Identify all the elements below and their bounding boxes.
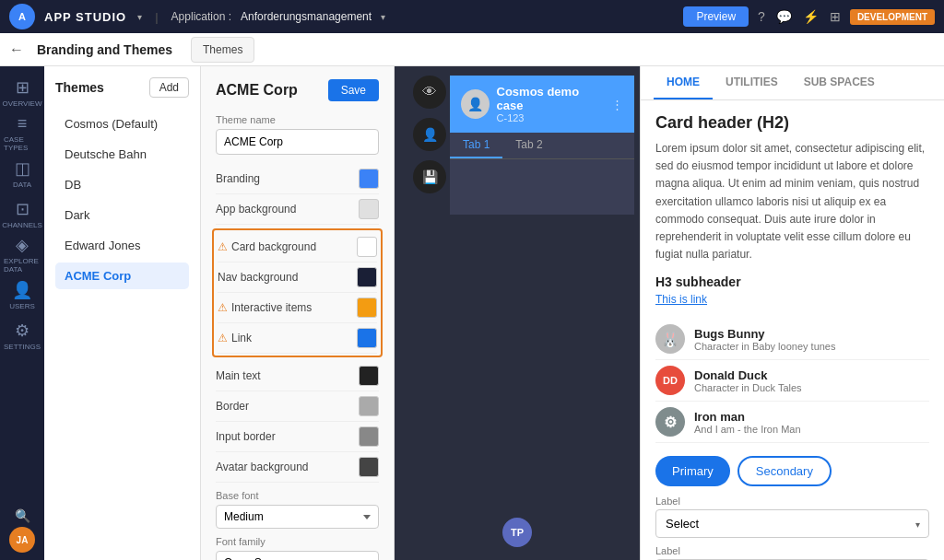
theme-edward-jones[interactable]: Edward Jones [55,232,189,259]
theme-deutsche-bahn[interactable]: Deutsche Bahn [55,141,189,168]
border-row: Border [216,391,379,422]
preview-icon-1[interactable]: 👁 [413,76,446,109]
app-logo[interactable]: A [9,4,35,29]
application-name: Anforderungsmanagement [241,10,372,23]
themes-panel-header: Themes Add [55,77,189,98]
preview-card-header: 👤 Cosmos demo case C-123 ⋮ [450,76,634,133]
person-row-ironman: ⚙ Iron man And I am - the Iron Man [655,402,929,443]
card-background-label: ⚠ Card background [218,240,316,253]
theme-editor-title: ACME Corp [216,82,298,99]
nav-background-row: Nav background [218,262,377,293]
branding-row: Branding [216,164,379,194]
chat-icon[interactable]: 💬 [776,9,792,24]
theme-db[interactable]: DB [55,171,189,198]
top-bar-icons: ? 💬 ⚡ ⊞ [758,9,841,24]
avatar-background-swatch[interactable] [359,457,379,477]
main-layout: ⊞ Overview ≡ Case types ◫ Data ⊡ Channel… [0,66,944,560]
theme-acme-corp[interactable]: ACME Corp [55,262,189,289]
card-background-swatch[interactable] [357,237,377,257]
card-background-row: ⚠ Card background [218,232,377,262]
main-text-label: Main text [216,369,261,382]
theme-cosmos[interactable]: Cosmos (Default) [55,111,189,137]
warning-icon-interactive: ⚠ [218,301,228,314]
sidebar-item-settings[interactable]: ⚙ Settings [4,317,41,354]
right-panel: HOME UTILITIES SUB SPACES Card header (H… [640,66,944,560]
form-select[interactable]: Select [655,509,929,538]
person-row-donald: DD Donald Duck Character in Duck Tales [655,360,929,402]
warning-icon-card: ⚠ [218,240,228,253]
help-icon[interactable]: ? [758,9,765,24]
case-types-icon: ≡ [18,114,28,134]
branding-swatch[interactable] [359,169,379,189]
nav-background-label: Nav background [218,271,298,284]
user-avatar[interactable]: JA [9,527,35,553]
card-header-h2: Card header (H2) [655,113,929,133]
theme-name-label: Theme name [216,114,379,125]
sidebar-item-channels[interactable]: ⊡ Channels [4,195,41,232]
save-button[interactable]: Save [328,79,379,101]
themes-tab[interactable]: Themes [191,37,254,63]
ironman-desc: And I am - the Iron Man [694,424,801,435]
interactive-items-label: ⚠ Interactive items [218,301,312,314]
label-select: Label [655,496,929,507]
right-panel-content: Card header (H2) Lorem ipsum dolor sit a… [641,100,944,560]
person-row-bugs: 🐰 Bugs Bunny Character in Baby looney tu… [655,319,929,360]
breadcrumb: Branding and Themes [37,42,172,57]
card-body-text: Lorem ipsum dolor sit amet, consectetur … [655,140,929,263]
sidebar-item-users[interactable]: 👤 Users [4,276,41,313]
dev-badge: DEVELOPMENT [850,9,935,25]
card-more-icon[interactable]: ⋮ [611,98,623,111]
tp-avatar: TP [502,518,532,547]
preview-icon-3[interactable]: 💾 [413,160,446,193]
base-font-label: Base font [216,490,379,501]
nav-background-swatch[interactable] [357,267,377,287]
ironman-name: Iron man [694,410,801,424]
tab-sub-spaces[interactable]: SUB SPACES [791,66,888,99]
font-family-select[interactable]: Open SansRobotoArial [216,551,379,560]
input-border-label: Input border [216,430,276,443]
link-text[interactable]: This is link [655,293,929,306]
app-background-swatch[interactable] [359,199,379,219]
branding-label: Branding [216,172,260,185]
sidebar-item-data[interactable]: ◫ Data [4,155,41,192]
notification-icon[interactable]: ⚡ [803,9,819,24]
back-button[interactable]: ← [9,41,24,58]
primary-button[interactable]: Primary [655,456,730,486]
tab-utilities[interactable]: UTILITIES [713,66,791,99]
preview-button[interactable]: Preview [683,6,749,27]
second-bar: ← Branding and Themes Themes [0,33,944,66]
preview-icon-2[interactable]: 👤 [413,118,446,151]
donald-duck-desc: Character in Duck Tales [694,382,802,393]
avatar-background-row: Avatar background [216,452,379,483]
sidebar-item-explore-data[interactable]: ◈ Explore Data [4,236,41,273]
base-font-select[interactable]: MediumSmallLarge [216,505,379,529]
input-border-swatch[interactable] [359,426,379,447]
application-label: Application : [171,10,231,23]
interactive-items-swatch[interactable] [357,298,377,318]
top-bar: A APP STUDIO ▾ | Application : Anforderu… [0,0,944,33]
app-title-chevron[interactable]: ▾ [137,12,142,22]
application-chevron[interactable]: ▾ [381,12,385,22]
theme-name-input[interactable] [216,129,379,155]
main-text-swatch[interactable] [359,366,379,386]
add-theme-button[interactable]: Add [149,77,189,98]
preview-tabs: Tab 1 Tab 2 [450,133,634,159]
preview-tab-1[interactable]: Tab 1 [450,133,502,158]
theme-editor-header: ACME Corp Save [216,79,379,101]
sidebar-item-overview[interactable]: ⊞ Overview [4,74,41,111]
tab-home[interactable]: HOME [654,66,713,99]
app-background-row: App background [216,194,379,225]
donald-duck-avatar: DD [655,366,685,395]
link-swatch[interactable] [357,328,377,348]
warning-icon-link: ⚠ [218,332,228,344]
overview-icon: ⊞ [16,77,30,98]
sidebar-item-case-types[interactable]: ≡ Case types [4,114,41,151]
theme-dark[interactable]: Dark [55,202,189,228]
search-icon[interactable]: 🔍 [15,508,30,523]
explore-icon: ◈ [16,235,29,255]
secondary-button[interactable]: Secondary [738,456,832,486]
link-row: ⚠ Link [218,323,377,354]
border-swatch[interactable] [359,396,379,416]
preview-tab-2[interactable]: Tab 2 [502,133,555,158]
grid-icon[interactable]: ⊞ [830,9,841,24]
